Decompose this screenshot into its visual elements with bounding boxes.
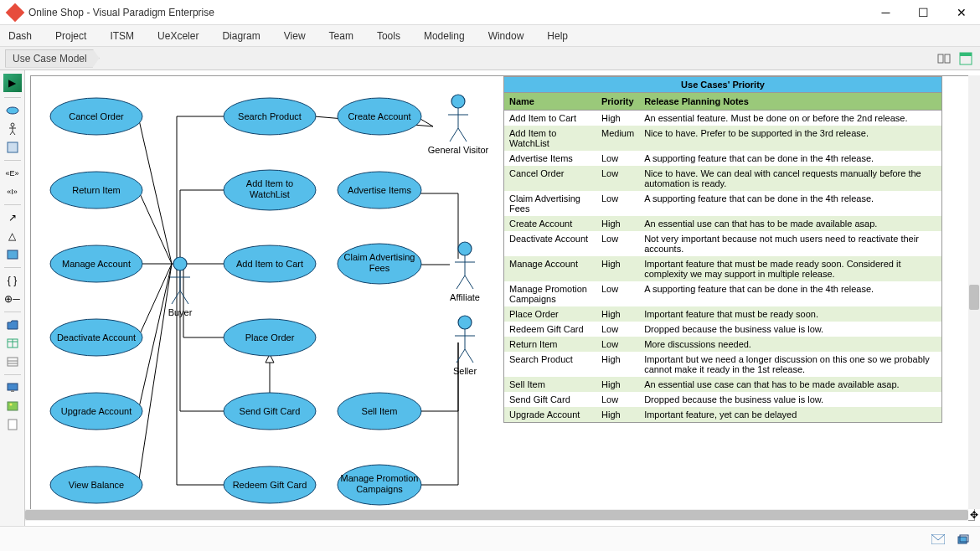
- menu-tools[interactable]: Tools: [377, 30, 400, 42]
- extend-tool-icon[interactable]: «E»: [3, 166, 22, 181]
- uc-send-gift-card[interactable]: Send Gift Card: [224, 393, 316, 430]
- cell-priority: High: [596, 306, 639, 322]
- uc-create-account[interactable]: Create Account: [338, 98, 421, 135]
- page-tool-icon[interactable]: [3, 417, 22, 432]
- menu-help[interactable]: Help: [547, 30, 568, 42]
- uc-add-item-cart[interactable]: Add Item to Cart: [224, 245, 316, 282]
- note2-tool-icon[interactable]: [3, 247, 22, 262]
- table-row[interactable]: Manage AccountHighImportant feature that…: [504, 256, 941, 281]
- table-row[interactable]: Cancel OrderLowNice to have. We can deal…: [504, 166, 941, 191]
- toolbox: ▶ «E» «I» ↗ △ { } ⊕─: [0, 70, 25, 526]
- table-tool-icon[interactable]: [3, 354, 22, 369]
- table-row[interactable]: Create AccountHighAn essential use can t…: [504, 216, 941, 231]
- menu-dash[interactable]: Dash: [8, 30, 32, 42]
- table-row[interactable]: Add Item to WatchListMediumNice to have.…: [504, 126, 941, 151]
- include-tool-icon[interactable]: «I»: [3, 184, 22, 199]
- menu-uexceler[interactable]: UeXceler: [157, 30, 199, 42]
- table-row[interactable]: Return ItemLowMore discussions needed.: [504, 337, 941, 352]
- table-row[interactable]: Add Item to CartHighAn essential feature…: [504, 111, 941, 126]
- uc-advertise-items[interactable]: Advertise Items: [338, 172, 421, 209]
- svg-line-98: [172, 291, 180, 304]
- uc-sell-item[interactable]: Sell Item: [338, 393, 421, 430]
- assoc-tool-icon[interactable]: ↗: [3, 210, 22, 225]
- th-notes[interactable]: Release Planning Notes: [639, 93, 941, 111]
- minimize-button[interactable]: ─: [867, 0, 905, 25]
- table-row[interactable]: Redeem Gift CardLowDropped because the b…: [504, 322, 941, 337]
- uc-view-balance[interactable]: View Balance: [50, 466, 142, 503]
- screen-tool-icon[interactable]: [3, 380, 22, 395]
- uc-add-item-watchlist[interactable]: Add Item toWatchList: [224, 170, 316, 210]
- actor-seller[interactable]: Seller: [453, 316, 477, 376]
- image-tool-icon[interactable]: [3, 399, 22, 414]
- close-button[interactable]: ✕: [942, 0, 980, 25]
- maximize-button[interactable]: ☐: [905, 0, 942, 25]
- svg-text:Add Item to: Add Item to: [246, 178, 293, 188]
- actor-tool-icon[interactable]: [3, 121, 22, 136]
- actor-affiliate[interactable]: Affiliate: [450, 242, 480, 302]
- table-row[interactable]: Place OrderHighImportant feature that mu…: [504, 306, 941, 322]
- menu-window[interactable]: Window: [488, 30, 524, 42]
- uc-claim-advertising-fees[interactable]: Claim AdvertisingFees: [338, 244, 421, 284]
- svg-rect-20: [8, 402, 18, 410]
- cell-name: Deactivate Account: [504, 231, 596, 256]
- uc-upgrade-account[interactable]: Upgrade Account: [50, 393, 142, 430]
- menu-team[interactable]: Team: [329, 30, 353, 42]
- vertical-scrollbar[interactable]: [968, 75, 980, 509]
- cell-priority: Low: [596, 231, 639, 256]
- cursor-tool-icon[interactable]: ▶: [3, 74, 22, 92]
- table-row[interactable]: Send Gift CardLowDropped because the bus…: [504, 392, 941, 407]
- panel-icon[interactable]: [958, 50, 975, 67]
- svg-point-5: [11, 123, 14, 126]
- table-row[interactable]: Search ProductHighImportant but we need …: [504, 352, 941, 377]
- svg-text:Cancel Order: Cancel Order: [69, 111, 124, 121]
- folder-tool-icon[interactable]: [3, 317, 22, 332]
- cell-name: Place Order: [504, 306, 596, 322]
- uc-manage-account[interactable]: Manage Account: [50, 245, 142, 282]
- layers-icon[interactable]: [955, 531, 972, 548]
- uc-deactivate-account[interactable]: Deactivate Account: [50, 319, 142, 356]
- move-handle-icon[interactable]: ✥: [968, 509, 980, 521]
- th-name[interactable]: Name: [504, 93, 596, 111]
- svg-text:Add Item to Cart: Add Item to Cart: [236, 259, 303, 269]
- menu-view[interactable]: View: [284, 30, 306, 42]
- svg-line-105: [465, 276, 473, 289]
- svg-rect-0: [938, 54, 943, 63]
- table-row[interactable]: Sell ItemHighAn essential use case can t…: [504, 377, 941, 392]
- horizontal-scrollbar[interactable]: [25, 509, 968, 521]
- cell-name: Send Gift Card: [504, 392, 596, 407]
- cell-priority: High: [596, 111, 639, 126]
- note-tool-icon[interactable]: [3, 140, 22, 155]
- table-row[interactable]: Advertise ItemsLowA supporting feature t…: [504, 151, 941, 166]
- uc-cancel-order[interactable]: Cancel Order: [50, 98, 142, 135]
- table-row[interactable]: Upgrade AccountHighImportant feature, ye…: [504, 407, 941, 422]
- gen-tool-icon[interactable]: △: [3, 229, 22, 244]
- grid-tool-icon[interactable]: [3, 336, 22, 351]
- priority-table[interactable]: Use Cases' Priority Name Priority Releas…: [503, 76, 942, 423]
- port-tool-icon[interactable]: ⊕─: [3, 291, 22, 306]
- svg-text:Seller: Seller: [453, 366, 477, 376]
- actor-general-visitor[interactable]: General Visitor: [428, 95, 489, 155]
- ellipse-tool-icon[interactable]: [3, 103, 22, 118]
- brace-tool-icon[interactable]: { }: [3, 273, 22, 288]
- th-priority[interactable]: Priority: [596, 93, 639, 111]
- cell-notes: Important feature, yet can be delayed: [639, 407, 941, 422]
- uc-return-item[interactable]: Return Item: [50, 172, 142, 209]
- uc-place-order[interactable]: Place Order: [224, 319, 316, 356]
- cell-name: Advertise Items: [504, 151, 596, 166]
- table-row[interactable]: Claim Advertising FeesLowA supporting fe…: [504, 191, 941, 216]
- mail-icon[interactable]: [930, 531, 946, 548]
- table-row[interactable]: Manage Promotion CampaignsLowA supportin…: [504, 281, 941, 306]
- menu-diagram[interactable]: Diagram: [222, 30, 260, 42]
- uc-redeem-gift-card[interactable]: Redeem Gift Card: [224, 466, 316, 503]
- table-row[interactable]: Deactivate AccountLowNot very important …: [504, 231, 941, 256]
- layout-icon[interactable]: [936, 50, 953, 67]
- uc-manage-promotion[interactable]: Manage PromotionCampaigns: [338, 465, 421, 505]
- uc-search-product[interactable]: Search Product: [224, 98, 316, 135]
- cell-priority: High: [596, 352, 639, 377]
- menu-itsm[interactable]: ITSM: [110, 30, 134, 42]
- menu-modeling[interactable]: Modeling: [424, 30, 465, 42]
- menu-project[interactable]: Project: [55, 30, 86, 42]
- breadcrumb-item[interactable]: Use Case Model: [5, 49, 100, 68]
- diagram-canvas[interactable]: Cancel Order Return Item Manage Account …: [30, 75, 975, 521]
- cell-priority: Low: [596, 337, 639, 352]
